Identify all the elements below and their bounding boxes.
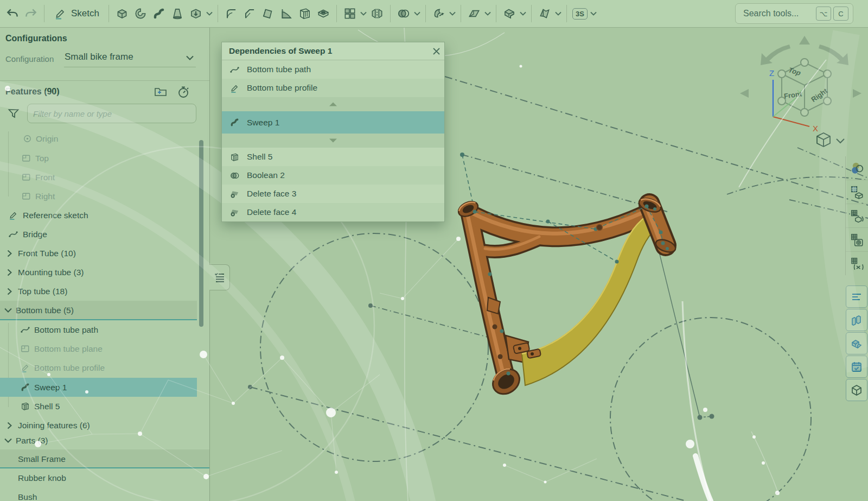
chevron-right-icon[interactable] [5,288,13,295]
features-title: Features (90) [5,87,60,97]
tree-item-front-plane[interactable]: Front [0,168,197,187]
scroll-down-row[interactable] [222,134,444,148]
loft-button[interactable] [168,4,187,23]
configuration-dropdown[interactable] [186,55,194,60]
plane-icon [21,153,31,164]
split-button[interactable] [430,4,448,23]
custom-feature-3s-button[interactable]: 3S [571,4,589,23]
sidebar-model-cube-button[interactable] [846,379,867,401]
sidebar-versions-button[interactable] [846,356,867,378]
sweep-button[interactable] [150,4,168,23]
configuration-select[interactable]: Small bike frame [65,52,133,62]
undo-button[interactable] [3,4,22,23]
boolean-group-dropdown[interactable] [413,4,422,23]
hole-button[interactable] [314,4,333,23]
sheet-flange-button[interactable] [500,4,519,23]
plane-button[interactable] [465,4,483,23]
plane-group-dropdown[interactable] [483,4,492,23]
linear-pattern-button[interactable] [341,4,359,23]
feature-list-toggle-button[interactable] [209,264,230,290]
enclose-group-dropdown[interactable] [554,4,563,23]
sidebar-outline-button[interactable] [846,286,867,308]
sheet-group-dropdown[interactable] [519,4,527,23]
dependency-item-shell-5[interactable]: Shell 5 [222,148,444,166]
curve-icon [229,64,240,75]
tree-item-small-frame[interactable]: Small Frame [0,449,209,468]
sidebar-configured-properties-button[interactable] [846,228,868,252]
scroll-up-row[interactable] [222,97,444,111]
tree-item-bottom-tube-plane[interactable]: Bottom tube plane [0,339,197,358]
tree-item-right-plane[interactable]: Right [0,187,197,206]
linear-pattern-icon [343,7,357,21]
chevron-right-icon[interactable] [5,250,13,257]
redo-button[interactable] [22,4,40,23]
chevron-down-icon[interactable] [4,438,12,443]
search-tools-input[interactable]: Search tools... ⌥ C [735,3,853,24]
dependency-item-delete-face-3[interactable]: Delete face 3 [222,185,444,203]
tree-item-bottom-tube-path[interactable]: Bottom tube path [0,320,197,339]
tree-scrollbar[interactable] [199,140,203,327]
pattern-group-dropdown[interactable] [359,4,368,23]
view-cube[interactable]: Top Front Right Z X Y [732,31,868,151]
configured-features-icon [850,185,864,199]
tree-item-front-tube[interactable]: Front Tube (10) [0,244,197,263]
tree-item-top-tube[interactable]: Top tube (18) [0,282,197,301]
view-options-button[interactable] [817,133,844,147]
filter-input[interactable] [27,104,196,123]
dependency-label: Delete face 3 [247,189,296,199]
chevron-down-icon[interactable] [4,308,12,313]
dependency-item-boolean-2[interactable]: Boolean 2 [222,166,444,185]
chevron-right-icon[interactable] [5,422,13,429]
add-folder-icon [154,85,168,98]
dialog-header[interactable]: Dependencies of Sweep 1 [222,42,444,60]
boolean-button[interactable] [394,4,413,23]
revolve-button[interactable] [131,4,150,23]
tree-item-mounting-tube[interactable]: Mounting tube (3) [0,263,197,282]
draft-button[interactable] [259,4,277,23]
tree-item-top-plane[interactable]: Top [0,149,197,168]
plane-icon [467,7,481,21]
dependency-item-bottom-tube-path[interactable]: Bottom tube path [222,60,444,79]
tree-item-bottom-tube-profile[interactable]: Bottom tube profile [0,358,197,377]
sidebar-configured-features-button[interactable] [846,180,868,204]
sidebar-configured-functions-button[interactable] [846,252,868,275]
boss-group-dropdown[interactable] [205,4,214,23]
sidebar-parts-button[interactable] [846,309,867,331]
sidebar-corner-block-button[interactable] [846,332,867,354]
tree-item-rubber-knob[interactable]: Rubber knob [0,468,209,487]
tree-item-parts[interactable]: Parts (3) [0,431,197,450]
fillet-button[interactable] [222,4,240,23]
extrude-button[interactable] [113,4,131,23]
sidebar-appearance-button[interactable] [846,156,868,180]
dependency-item-sweep-1-current[interactable]: Sweep 1 [222,111,444,134]
dependency-item-delete-face-4[interactable]: Delete face 4 [222,203,444,221]
dependency-label: Delete face 4 [247,207,296,217]
tree-item-label: Bridge [23,230,47,239]
enclose-button[interactable] [535,4,554,23]
sketch-button[interactable]: Sketch [48,4,105,23]
split-group-dropdown[interactable] [448,4,457,23]
custom-feature-dropdown[interactable] [589,4,598,23]
tree-item-bridge[interactable]: Bridge [0,225,197,244]
rollback-bar-button[interactable] [176,85,190,99]
add-folder-button[interactable] [154,85,168,98]
tree-item-bush[interactable]: Bush [0,487,209,501]
tree-item-bottom-tube[interactable]: Bottom tube (5) [0,301,197,320]
tree-item-shell-5[interactable]: Shell 5 [0,397,197,416]
shell-button[interactable] [296,4,314,23]
tree-item-label: Parts (3) [16,436,48,446]
mirror-button[interactable] [368,4,386,23]
tree-item-origin[interactable]: Origin [0,129,197,148]
tree-item-label: Bottom tube (5) [16,306,74,315]
filter-button[interactable] [7,107,20,120]
dependency-item-bottom-tube-profile[interactable]: Bottom tube profile [222,79,444,97]
import-boss-button[interactable] [187,4,205,23]
tree-item-sweep-1[interactable]: Sweep 1 [0,378,197,397]
dialog-close-button[interactable] [428,47,444,55]
chamfer-button[interactable] [240,4,259,23]
rib-button[interactable] [277,4,296,23]
tree-item-reference-sketch[interactable]: Reference sketch [0,206,197,225]
chevron-right-icon[interactable] [5,269,13,276]
filter-icon [7,107,20,120]
sidebar-configured-variables-button[interactable] [846,204,868,228]
